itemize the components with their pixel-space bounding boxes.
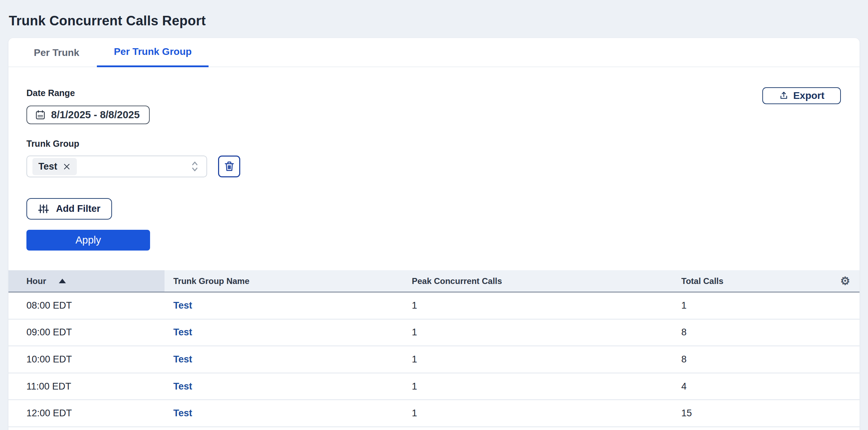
- column-header-peak-label: Peak Concurrent Calls: [412, 276, 502, 286]
- trunk-group-label: Trunk Group: [26, 138, 842, 149]
- trunk-group-link[interactable]: Test: [173, 408, 192, 419]
- total-cell: 8: [672, 346, 820, 373]
- apply-button[interactable]: Apply: [26, 230, 150, 251]
- report-card: Per Trunk Per Trunk Group Date Range 8/1: [8, 38, 860, 430]
- tab-per-trunk-label: Per Trunk: [34, 47, 79, 58]
- apply-label: Apply: [75, 234, 101, 246]
- sort-ascending-icon: [59, 279, 66, 283]
- peak-cell: 1: [403, 373, 672, 400]
- column-header-trunk-group-name[interactable]: Trunk Group Name: [165, 270, 403, 292]
- filters-section: Date Range 8/1/2025 - 8/8/2025 Trunk Gro…: [8, 67, 860, 251]
- tab-per-trunk-group[interactable]: Per Trunk Group: [97, 38, 209, 67]
- hour-cell: 12:00 EDT: [8, 400, 165, 426]
- table-row: 10:00 EDT Test 1 8: [8, 346, 860, 373]
- date-range-value: 8/1/2025 - 8/8/2025: [51, 109, 140, 121]
- table-header-row: Hour Trunk Group Name Peak Concurrent Ca…: [8, 270, 860, 292]
- selected-trunk-group-chip: Test: [32, 158, 77, 175]
- date-range-label: Date Range: [26, 88, 842, 98]
- trunk-group-link[interactable]: Test: [173, 300, 192, 311]
- add-filter-label: Add Filter: [56, 203, 100, 214]
- date-range-picker[interactable]: 8/1/2025 - 8/8/2025: [26, 106, 150, 124]
- add-filter-button[interactable]: Add Filter: [26, 198, 112, 220]
- peak-cell: 1: [403, 346, 672, 373]
- total-cell: 1: [672, 292, 820, 319]
- report-table: Hour Trunk Group Name Peak Concurrent Ca…: [8, 270, 860, 427]
- chip-remove-x-icon[interactable]: [63, 163, 71, 171]
- calendar-icon: [35, 109, 46, 120]
- column-header-hour-label: Hour: [26, 276, 46, 286]
- upload-icon: [779, 91, 789, 101]
- column-header-peak-concurrent-calls[interactable]: Peak Concurrent Calls: [403, 270, 672, 292]
- export-button[interactable]: Export: [762, 87, 841, 104]
- table-row: 11:00 EDT Test 1 4: [8, 373, 860, 400]
- column-header-trunk-group-name-label: Trunk Group Name: [173, 276, 249, 286]
- hour-cell: 11:00 EDT: [8, 373, 165, 400]
- page-title: Trunk Concurrent Calls Report: [9, 13, 868, 29]
- total-cell: 8: [672, 320, 820, 346]
- column-settings-gear-icon[interactable]: ⚙︎: [840, 276, 850, 286]
- delete-filter-button[interactable]: [218, 156, 240, 177]
- trunk-group-select[interactable]: Test: [26, 156, 207, 177]
- peak-cell: 1: [403, 320, 672, 346]
- peak-cell: 1: [403, 400, 672, 426]
- total-cell: 15: [672, 400, 820, 426]
- column-header-hour[interactable]: Hour: [8, 270, 165, 292]
- peak-cell: 1: [403, 292, 672, 319]
- column-header-total-label: Total Calls: [681, 276, 724, 286]
- tab-per-trunk-group-label: Per Trunk Group: [114, 46, 192, 57]
- trunk-group-link[interactable]: Test: [173, 327, 192, 338]
- tab-per-trunk[interactable]: Per Trunk: [25, 38, 88, 67]
- trash-icon: [223, 160, 235, 172]
- table-row: 09:00 EDT Test 1 8: [8, 320, 860, 347]
- total-cell: 4: [672, 373, 820, 400]
- sliders-icon: [38, 203, 49, 214]
- column-header-total-calls[interactable]: Total Calls: [672, 270, 820, 292]
- hour-cell: 09:00 EDT: [8, 320, 165, 346]
- trunk-group-link[interactable]: Test: [173, 381, 192, 392]
- chip-label: Test: [38, 161, 57, 172]
- tab-bar: Per Trunk Per Trunk Group: [8, 38, 860, 67]
- export-label: Export: [793, 90, 825, 101]
- trunk-group-link[interactable]: Test: [173, 354, 192, 365]
- table-row: 12:00 EDT Test 1 15: [8, 400, 860, 427]
- hour-cell: 10:00 EDT: [8, 346, 165, 373]
- chevron-up-down-icon: [190, 160, 199, 172]
- hour-cell: 08:00 EDT: [8, 292, 165, 319]
- table-row: 08:00 EDT Test 1 1: [8, 292, 860, 320]
